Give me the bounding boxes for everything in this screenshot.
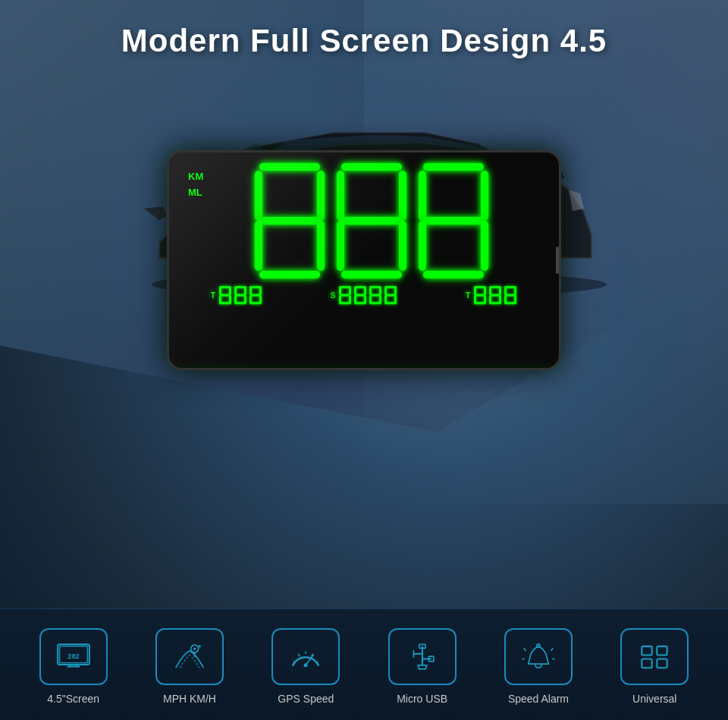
sub-label-t1: T bbox=[211, 291, 215, 300]
sub-digit-t1-2 bbox=[234, 285, 247, 306]
page-title: Modern Full Screen Design 4.5 bbox=[121, 23, 607, 59]
sub-digit-t1-1 bbox=[218, 285, 232, 306]
sub-digit-t2-2 bbox=[488, 285, 502, 306]
digit-2 bbox=[334, 160, 410, 281]
main-content: Modern Full Screen Design 4.5 KM ML bbox=[0, 0, 728, 720]
sub-digit-s-1 bbox=[338, 285, 352, 306]
sub-digit-t2-1 bbox=[473, 285, 487, 306]
sub-label-t2: T bbox=[466, 291, 470, 300]
unit-ml: ML bbox=[188, 185, 203, 201]
sub-digit-t2-3 bbox=[504, 285, 517, 306]
sub-label-s: S bbox=[331, 291, 336, 300]
hud-device: KM ML bbox=[167, 150, 561, 370]
sub-group-s: S bbox=[331, 285, 398, 306]
sub-group-t1: T bbox=[211, 285, 262, 306]
sub-digit-s-2 bbox=[353, 285, 367, 306]
digit-3 bbox=[416, 160, 491, 281]
sub-group-t2: T bbox=[466, 285, 517, 306]
hud-reflection bbox=[174, 368, 554, 370]
digit-1 bbox=[252, 160, 328, 281]
sub-display-row: T bbox=[169, 285, 559, 306]
sub-digit-s-3 bbox=[369, 285, 382, 306]
sub-digit-s-4 bbox=[384, 285, 397, 306]
unit-km: KM bbox=[188, 169, 203, 185]
main-digits-display bbox=[184, 160, 559, 281]
unit-labels: KM ML bbox=[188, 169, 203, 201]
hud-button bbox=[556, 247, 561, 274]
sub-digit-t1-3 bbox=[249, 285, 262, 306]
